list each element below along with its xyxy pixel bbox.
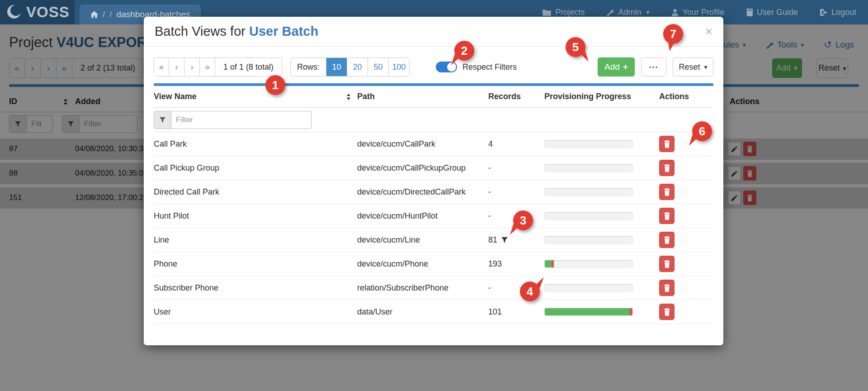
batch-views-modal: Batch Views for User Batch × « ‹ › » 1 o… — [144, 17, 723, 345]
user-icon — [671, 9, 679, 16]
prev-page-button[interactable]: ‹ — [169, 57, 184, 76]
delete-button[interactable] — [659, 184, 675, 200]
batch-name: User Batch — [249, 24, 318, 38]
view-filter-row — [154, 108, 713, 132]
breadcrumb-separator: / — [103, 10, 105, 19]
batch-view-row[interactable]: Call Pickup Group device/cucm/CallPickup… — [154, 156, 713, 180]
nav-logout[interactable]: Logout — [820, 8, 856, 17]
modal-pagination: « ‹ › » 1 of 1 (8 total) — [154, 57, 282, 76]
first-page-button[interactable]: « — [154, 57, 169, 76]
view-name: Hunt Pilot — [154, 211, 357, 221]
table-header-row: View Name Path Records Provisioning Prog… — [154, 86, 713, 108]
batch-view-row[interactable]: Subscriber Phone relation/SubscriberPhon… — [154, 276, 713, 300]
delete-button[interactable] — [659, 232, 675, 248]
delete-button[interactable] — [659, 208, 675, 224]
pagination-status: 1 of 1 (8 total) — [215, 57, 282, 76]
reset-button[interactable]: Reset▾ — [673, 57, 713, 76]
records-count: 81 — [488, 235, 497, 245]
modal-title: Batch Views for User Batch — [155, 24, 318, 39]
view-name: User — [154, 307, 357, 317]
column-header-view-name[interactable]: View Name — [154, 92, 197, 101]
close-icon[interactable]: × — [705, 25, 712, 38]
view-path: device/cucm/CallPickupGroup — [357, 163, 488, 173]
rows-per-page-selector: Rows: 10 20 50 100 — [290, 57, 410, 76]
column-header-actions: Actions — [653, 92, 713, 101]
delete-button[interactable] — [659, 256, 675, 272]
callout-badge-1: 1 — [265, 75, 285, 95]
view-name: Line — [154, 235, 357, 245]
batch-view-row[interactable]: Call Park device/cucm/CallPark 4 — [154, 132, 713, 156]
provisioning-progress-bar — [544, 284, 633, 292]
rows-option-20[interactable]: 20 — [347, 57, 368, 76]
voss-brand[interactable]: VOSS — [0, 0, 75, 24]
wrench-icon — [606, 9, 614, 16]
filter-icon[interactable] — [154, 111, 171, 129]
batch-view-row[interactable]: Line device/cucm/Line 81 — [154, 228, 713, 252]
rows-option-50[interactable]: 50 — [368, 57, 388, 76]
respect-filters-control: Respect Filters — [436, 62, 517, 72]
delete-button[interactable] — [659, 304, 675, 320]
nav-your-profile[interactable]: Your Profile — [671, 8, 724, 17]
navbar-menu: Projects Admin ▾ Your Profile User Guide… — [542, 8, 868, 17]
respect-filters-toggle[interactable] — [436, 62, 457, 72]
delete-button[interactable] — [659, 280, 675, 296]
callout-badge-6: 6 — [692, 121, 712, 141]
batch-view-row[interactable]: User data/User 101 — [154, 300, 713, 324]
records-count: - — [488, 283, 491, 293]
next-page-button[interactable]: › — [184, 57, 200, 76]
respect-filters-label: Respect Filters — [462, 62, 517, 72]
records-count: - — [488, 163, 491, 173]
provisioning-progress-bar — [544, 164, 633, 172]
last-page-button[interactable]: » — [200, 57, 215, 76]
view-path: device/cucm/Line — [357, 235, 488, 245]
breadcrumb-separator: / — [109, 10, 112, 19]
column-header-records: Records — [488, 92, 544, 101]
add-button[interactable]: Add+ — [598, 57, 635, 76]
view-name: Phone — [154, 259, 357, 269]
column-header-progress: Provisioning Progress — [544, 92, 653, 101]
callout-badge-3: 3 — [513, 210, 533, 230]
records-count: 101 — [488, 307, 502, 317]
view-path: data/User — [357, 307, 488, 317]
view-filter-input[interactable] — [171, 111, 311, 129]
callout-badge-5: 5 — [566, 37, 585, 57]
batch-view-row[interactable]: Directed Call Park device/cucm/DirectedC… — [154, 180, 713, 204]
nav-projects[interactable]: Projects — [542, 8, 585, 17]
view-name: Directed Call Park — [154, 187, 357, 197]
sort-icon[interactable] — [346, 94, 351, 100]
rows-option-100[interactable]: 100 — [388, 57, 409, 76]
book-icon — [746, 9, 753, 16]
view-name: Call Pickup Group — [154, 163, 357, 173]
nav-admin[interactable]: Admin ▾ — [606, 8, 649, 17]
folder-icon — [542, 9, 551, 16]
brand-text: VOSS — [26, 4, 70, 21]
view-path: device/cucm/DirectedCallPark — [357, 187, 488, 197]
provisioning-progress-bar — [544, 308, 633, 316]
batch-view-row[interactable]: Hunt Pilot device/cucm/HuntPilot - — [154, 204, 713, 228]
provisioning-progress-bar — [544, 260, 633, 268]
delete-button[interactable] — [659, 136, 675, 152]
provisioning-progress-bar — [544, 188, 633, 196]
modal-toolbar-actions: Add+ ... Reset▾ — [598, 57, 713, 76]
callout-badge-4: 4 — [520, 281, 540, 301]
rows-option-10[interactable]: 10 — [326, 57, 347, 76]
delete-button[interactable] — [659, 160, 675, 176]
modal-header: Batch Views for User Batch × — [144, 17, 723, 47]
more-actions-button[interactable]: ... — [641, 57, 666, 76]
logout-icon — [820, 9, 827, 16]
view-path: device/cucm/HuntPilot — [357, 211, 488, 221]
provisioning-progress-bar — [544, 236, 633, 244]
records-count: - — [488, 211, 491, 221]
chevron-down-icon: ▾ — [704, 63, 708, 71]
column-header-path[interactable]: Path — [357, 92, 488, 101]
callout-badge-7: 7 — [663, 24, 683, 44]
voss-logo-icon — [5, 4, 23, 21]
batch-view-row[interactable]: Phone device/cucm/Phone 193 — [154, 252, 713, 276]
ellipsis-icon: ... — [649, 61, 658, 70]
callout-badge-2: 2 — [454, 41, 474, 61]
nav-user-guide[interactable]: User Guide — [746, 8, 798, 17]
view-name: Call Park — [154, 139, 357, 149]
records-filter-icon[interactable] — [501, 237, 508, 243]
view-path: device/cucm/Phone — [357, 259, 488, 269]
home-icon[interactable] — [90, 11, 98, 18]
